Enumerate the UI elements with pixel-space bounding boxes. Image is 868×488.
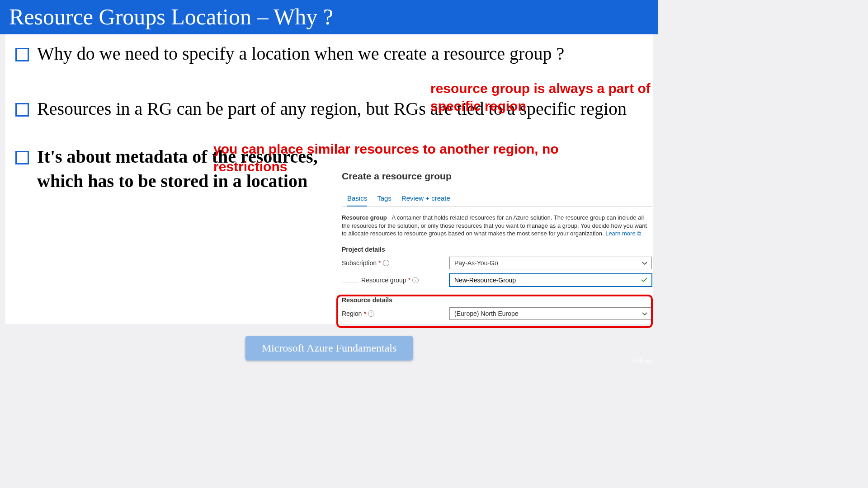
azure-panel-title: Create a resource group (342, 171, 652, 182)
tab-review-create[interactable]: Review + create (401, 194, 450, 206)
azure-desc-rest: - A container that holds related resourc… (342, 214, 647, 237)
annotation-middle: you can place similar resources to anoth… (213, 140, 584, 175)
resource-group-label: Resource group * i (361, 277, 449, 284)
project-details-heading: Project details (342, 246, 652, 253)
tab-basics[interactable]: Basics (347, 194, 367, 206)
azure-description: Resource group - A container that holds … (342, 214, 652, 238)
udemy-watermark: Udemy (632, 357, 653, 365)
bullet-1: Why do we need to specify a location whe… (15, 42, 648, 66)
square-bullet-icon (15, 48, 29, 61)
region-row: Region * i (Europe) North Europe (342, 307, 652, 320)
square-bullet-icon (15, 103, 29, 117)
region-label: Region * i (342, 310, 449, 317)
course-badge: Microsoft Azure Fundamentals (245, 336, 413, 361)
slide: Resource Groups Location – Why ? Why do … (0, 0, 658, 369)
info-icon[interactable]: i (412, 277, 419, 283)
subscription-select[interactable]: Pay-As-You-Go (449, 257, 652, 269)
slide-title: Resource Groups Location – Why ? (0, 0, 658, 34)
resource-group-input[interactable] (449, 274, 652, 286)
azure-desc-bold: Resource group (342, 214, 387, 221)
indent-connector (342, 271, 359, 282)
subscription-row: Subscription * i Pay-As-You-Go (342, 257, 652, 269)
subscription-label: Subscription * i (342, 259, 449, 267)
required-asterisk: * (408, 277, 410, 284)
required-asterisk: * (363, 310, 366, 317)
external-link-icon: ⧉ (637, 230, 641, 237)
bullet-1-text: Why do we need to specify a location whe… (37, 42, 564, 66)
info-icon[interactable]: i (383, 260, 389, 266)
annotation-top-right: resource group is always a part of speci… (430, 80, 652, 115)
azure-create-rg-panel: Create a resource group Basics Tags Revi… (342, 171, 652, 324)
learn-more-link[interactable]: Learn more ⧉ (605, 230, 641, 237)
square-bullet-icon (15, 151, 29, 164)
required-asterisk: * (378, 259, 381, 267)
resource-group-row: Resource group * i (342, 274, 652, 286)
resource-details-heading: Resource details (342, 296, 652, 304)
info-icon[interactable]: i (368, 310, 374, 317)
tab-tags[interactable]: Tags (377, 194, 392, 206)
region-select[interactable]: (Europe) North Europe (449, 307, 652, 320)
azure-tabs: Basics Tags Review + create (342, 194, 652, 206)
